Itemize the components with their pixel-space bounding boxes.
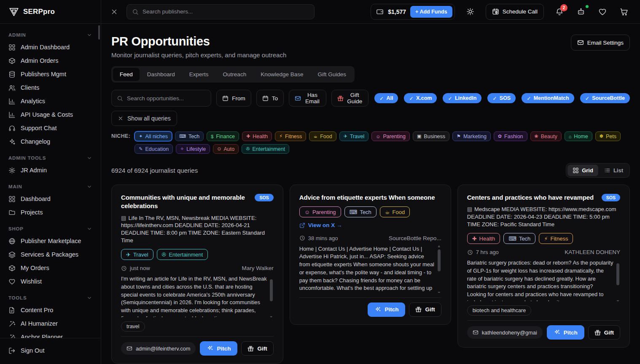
sidebar-section-admin-tools[interactable]: ADMIN TOOLS — [4, 152, 97, 163]
topic-tag[interactable]: biotech and healthcare — [467, 305, 531, 316]
category-chip-tech[interactable]: ⌨Tech — [503, 233, 535, 244]
brand[interactable]: SERPpro — [0, 0, 101, 23]
add-funds-button[interactable]: + Add Funds — [410, 6, 452, 18]
query-body[interactable]: Home | Contact Us | Advertise Home | Con… — [299, 245, 441, 293]
sidebar-section-admin[interactable]: ADMIN — [4, 29, 97, 40]
gift-button[interactable]: Gift — [409, 302, 441, 317]
topic-tag[interactable]: travel — [121, 321, 145, 332]
theme-toggle-sun-icon[interactable] — [465, 6, 476, 17]
sidebar-item-support-chat[interactable]: Support Chat — [4, 121, 97, 135]
tab-feed[interactable]: Feed — [113, 68, 140, 81]
sidebar-item-admin-dashboard[interactable]: Admin Dashboard — [4, 40, 97, 54]
sidebar-section-main[interactable]: MAIN — [4, 180, 97, 192]
grid-view-button[interactable]: Grid — [567, 165, 598, 176]
category-chip-parenting[interactable]: ☺Parenting — [299, 206, 341, 217]
wishlist-heart-icon[interactable] — [597, 6, 608, 18]
sidebar-item-changelog[interactable]: Changelog — [4, 135, 97, 148]
niche-chip-parenting[interactable]: ☺Parenting — [371, 131, 410, 141]
category-chip-food[interactable]: ☕Food — [380, 206, 410, 217]
sidebar-item-api-usage-costs[interactable]: API Usage & Costs — [4, 108, 97, 121]
niche-chip-all-niches[interactable]: ✦All niches — [134, 131, 172, 141]
sidebar-item-ai-humanizer[interactable]: AI Humanizer — [4, 317, 97, 330]
sidebar-scrollbar[interactable] — [98, 25, 100, 40]
publisher-search[interactable] — [126, 4, 315, 19]
view-on-x-link[interactable]: View on X → — [299, 222, 342, 228]
category-chip-tech[interactable]: ⌨Tech — [344, 206, 376, 217]
cart-icon[interactable] — [618, 6, 630, 18]
sidebar-item-clients[interactable]: Clients — [4, 81, 97, 94]
date-from-button[interactable]: From — [216, 90, 251, 107]
sidebar-item-publishers-mgmt[interactable]: Publishers Mgmt — [4, 67, 97, 81]
close-icon[interactable] — [110, 8, 118, 16]
sidebar-item-projects[interactable]: Projects — [4, 206, 97, 219]
tab-outreach[interactable]: Outreach — [216, 68, 253, 81]
source-chip-all[interactable]: ✓All — [374, 93, 398, 103]
niche-chip-fitness[interactable]: ⚡Fitness — [275, 131, 306, 141]
source-chip-sourcebottle[interactable]: ✓SourceBottle — [580, 93, 630, 103]
niche-chip-pets[interactable]: ✽Pets — [595, 131, 621, 141]
body-scrollbar[interactable]: ▲▼ — [437, 246, 441, 292]
source-chip-sos[interactable]: ✓SOS — [487, 93, 516, 103]
email-settings-button[interactable]: Email Settings — [571, 35, 630, 51]
niche-chip-education[interactable]: ✎Education — [134, 144, 173, 154]
niche-chip-beauty[interactable]: ❀Beauty — [530, 131, 562, 141]
niche-chip-fashion[interactable]: ✿Fashion — [494, 131, 527, 141]
journalist-email[interactable]: kathleendoheny@gmai — [467, 326, 543, 339]
tab-gift-guides[interactable]: Gift Guides — [311, 68, 353, 81]
show-all-queries-button[interactable]: Show all queries — [111, 111, 177, 126]
gift-button[interactable]: Gift — [588, 325, 620, 340]
sidebar-item-wishlist[interactable]: Wishlist — [4, 275, 97, 288]
sidebar-section-shop[interactable]: SHOP — [4, 222, 97, 234]
sidebar-item-my-orders[interactable]: My Orders — [4, 261, 97, 275]
niche-chip-finance[interactable]: $Finance — [207, 131, 239, 141]
niche-chip-tech[interactable]: ⌨Tech — [175, 131, 204, 141]
niche-chip-travel[interactable]: ✈Travel — [339, 131, 368, 141]
tab-dashboard[interactable]: Dashboard — [140, 68, 182, 81]
tab-experts[interactable]: Experts — [183, 68, 215, 81]
source-chip-mentionmatch[interactable]: ✓MentionMatch — [522, 93, 574, 103]
sidebar-section-tools[interactable]: TOOLS — [4, 292, 97, 303]
list-view-button[interactable]: List — [599, 165, 628, 176]
assistant-bot-icon[interactable] — [575, 6, 587, 18]
tab-knowledge-base[interactable]: Knowledge Base — [254, 68, 310, 81]
sidebar-item-publisher-marketplace[interactable]: Publisher Marketplace — [4, 234, 97, 248]
date-to-button[interactable]: To — [256, 90, 284, 107]
schedule-call-button[interactable]: Schedule Call — [486, 4, 544, 20]
sidebar-item-services-packages[interactable]: Services & Packages — [4, 248, 97, 261]
niche-chip-entertainment[interactable]: ✇Entertainment — [242, 144, 289, 154]
notifications-bell-icon[interactable]: 2 — [554, 6, 565, 18]
query-body[interactable]: Bariatric surgery practices: dead or reb… — [467, 259, 620, 301]
pitch-button[interactable]: Pitch — [547, 325, 584, 340]
sidebar-item-analytics[interactable]: Analytics — [4, 94, 97, 108]
niche-chip-home[interactable]: ⌂Home — [565, 131, 592, 141]
gift-guide-filter-button[interactable]: Gift Guide — [331, 90, 368, 107]
gift-button[interactable]: Gift — [241, 341, 273, 356]
opportunity-search[interactable] — [111, 90, 211, 107]
pitch-button[interactable]: Pitch — [368, 302, 405, 317]
opportunity-search-input[interactable] — [127, 95, 206, 102]
body-scrollbar[interactable]: ▼ — [616, 260, 619, 300]
sidebar-item-dashboard[interactable]: Dashboard — [4, 192, 97, 206]
niche-chip-lifestyle[interactable]: ✧Lifestyle — [176, 144, 210, 154]
sidebar-item-anchor-planner[interactable]: Anchor Planner — [4, 330, 97, 338]
category-chip-travel[interactable]: ✈Travel — [121, 249, 153, 260]
category-chip-health[interactable]: ✚Health — [467, 233, 500, 244]
source-chip-linkedin[interactable]: ✓LinkedIn — [443, 93, 481, 103]
niche-chip-marketing[interactable]: ⚑Marketing — [452, 131, 491, 141]
publisher-search-input[interactable] — [143, 8, 309, 15]
sidebar-item-jr-admin[interactable]: JR Admin — [4, 163, 97, 177]
query-body[interactable]: I'm writing an article for Life in the R… — [121, 275, 274, 317]
has-email-filter-button[interactable]: Has Email — [289, 90, 326, 107]
journalist-email[interactable]: admin@lifeintherv.com — [121, 342, 196, 355]
category-chip-fitness[interactable]: ⚡Fitness — [539, 233, 573, 244]
sidebar-item-admin-orders[interactable]: Admin Orders — [4, 54, 97, 67]
niche-chip-auto[interactable]: ⊙Auto — [213, 144, 239, 154]
sign-out-button[interactable]: Sign Out — [8, 344, 92, 357]
category-chip-entertainment[interactable]: ✇Entertainment — [157, 249, 208, 260]
niche-chip-business[interactable]: ▣Business — [413, 131, 449, 141]
body-scrollbar[interactable]: ▼ — [269, 276, 273, 316]
source-chip-xcom[interactable]: ✓X.com — [404, 93, 437, 103]
niche-chip-food[interactable]: ☕Food — [309, 131, 336, 141]
sidebar-item-content-pro[interactable]: Content Pro — [4, 303, 97, 317]
niche-chip-health[interactable]: ✚Health — [242, 131, 272, 141]
